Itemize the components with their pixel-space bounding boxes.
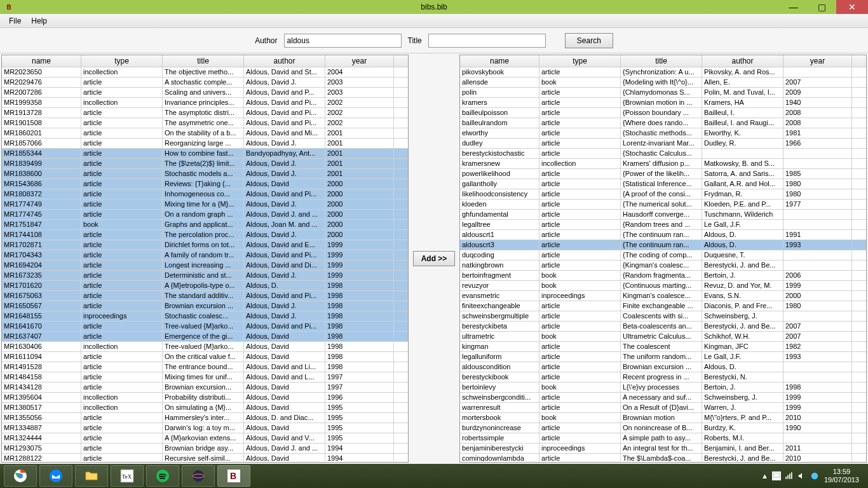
table-row[interactable]: gallanthollyarticle{Statistical Inferenc… [460, 179, 866, 189]
title-input[interactable] [428, 34, 546, 48]
taskbar-bibapp[interactable]: B [217, 465, 250, 487]
table-row[interactable]: polinarticle{Chlamydomonas S...Polin, M.… [460, 88, 866, 98]
table-row[interactable]: MR2023650incollectionThe objective metho… [2, 67, 408, 78]
taskbar-tex[interactable]: TeX [111, 465, 144, 487]
col-header-year[interactable]: year [325, 55, 394, 67]
col-header-title[interactable]: title [621, 55, 702, 67]
table-row[interactable]: bertoinfragmentbook{Random fragmenta...B… [460, 271, 866, 281]
table-row[interactable]: aldouscrt1article{The continuum ran...Al… [460, 230, 866, 240]
table-row[interactable]: MR1380517incollectionOn simulating a {M}… [2, 403, 408, 413]
table-row[interactable]: MR1334887articleDarwin's log: a toy m...… [2, 423, 408, 433]
table-row[interactable]: warrenresultarticleOn a Result of {D}avi… [460, 403, 866, 413]
table-row[interactable]: kloedenarticle{The numerical solut...Klo… [460, 200, 866, 210]
taskbar-spotify[interactable] [146, 465, 179, 487]
table-row[interactable]: burdzynonincreasearticleOn nonincrease o… [460, 423, 866, 433]
table-row[interactable]: MR1630406incollectionTree-valued {M}arko… [2, 342, 408, 352]
table-row[interactable]: berestyckibetaarticleBeta-coalescents an… [460, 322, 866, 332]
col-header-author[interactable]: author [244, 55, 325, 67]
table-row[interactable]: comingdownlambdaarticleThe $\Lambda$-coa… [460, 454, 866, 461]
left-table-body[interactable]: MR2023650incollectionThe objective metho… [2, 67, 408, 461]
close-button[interactable]: ✕ [836, 0, 868, 14]
wifi-icon[interactable] [785, 471, 794, 480]
table-row[interactable]: MR1855344articleHow to combine fast...Ba… [2, 149, 408, 159]
table-row[interactable]: MR1293075articleBrownian bridge asy...Al… [2, 444, 408, 454]
table-row[interactable]: MR1694204articleLongest increasing ...Al… [2, 261, 408, 271]
table-row[interactable]: MR1611094articleOn the critical value f.… [2, 352, 408, 362]
table-row[interactable]: MR1839499articleThe {$\zeta(2)$} limit..… [2, 159, 408, 169]
taskbar-eclipse[interactable] [182, 465, 215, 487]
table-row[interactable]: MR1637407articleEmergence of the gi...Al… [2, 332, 408, 342]
col-header-type[interactable]: type [81, 55, 163, 67]
table-row[interactable]: MR1434128articleBrownian excursion...Ald… [2, 383, 408, 393]
table-row[interactable]: berestyckibookarticleRecent progress in … [460, 372, 866, 383]
col-header-author[interactable]: author [702, 55, 783, 67]
table-row[interactable]: powerlikelihoodarticle{Power of the like… [460, 169, 866, 179]
table-row[interactable]: MR1774749articleMixing time for a {M}...… [2, 200, 408, 210]
table-row[interactable]: mortersbookbookBrownian motionM{\"o}rter… [460, 413, 866, 423]
flag-icon[interactable] [772, 471, 781, 480]
tray-clock[interactable]: 13:59 19/07/2013 [824, 468, 859, 484]
table-row[interactable]: dudleyarticleLorentz-invariant Mar...Dud… [460, 139, 866, 149]
table-row[interactable]: MR1808372articleInhomogeneous co...Aldou… [2, 189, 408, 200]
taskbar-chrome[interactable] [4, 465, 37, 487]
table-row[interactable]: MR1484158articleMixing times for unif...… [2, 372, 408, 383]
col-header-year[interactable]: year [783, 55, 852, 67]
globe-icon[interactable] [810, 471, 819, 480]
table-row[interactable]: aldousconditionarticleBrownian excursion… [460, 362, 866, 372]
table-row[interactable]: MR1543686articleReviews: {T}aking {...Al… [2, 179, 408, 189]
table-row[interactable]: pikovskybookarticle{Synchronization: A u… [460, 67, 866, 78]
table-row[interactable]: MR1704343articleA family of random tr...… [2, 250, 408, 261]
table-row[interactable]: benjaminiberestyckiinproceedingsAn integ… [460, 444, 866, 454]
table-row[interactable]: finiteexchangeablearticleFinite exchange… [460, 301, 866, 311]
table-row[interactable]: MR1288122articleRecursive self-simil...A… [2, 454, 408, 461]
taskbar-explorer[interactable] [75, 465, 108, 487]
table-row[interactable]: MR1901508articleThe asymmetric one...Ald… [2, 118, 408, 128]
minimize-button[interactable]: — [779, 0, 808, 14]
volume-icon[interactable] [797, 471, 806, 480]
table-row[interactable]: MR1702871articleDirichlet forms on tot..… [2, 240, 408, 250]
table-row[interactable]: berestyckistochasticarticle{Stochastic C… [460, 149, 866, 159]
table-row[interactable]: MR1355056articleHammersley's inter...Ald… [2, 413, 408, 423]
col-header-name[interactable]: name [2, 55, 81, 67]
table-row[interactable]: evansmetricinproceedingsKingman's coales… [460, 291, 866, 301]
table-row[interactable]: MR1751847bookGraphs and applicat...Aldou… [2, 220, 408, 230]
table-row[interactable]: natkingbrownarticle{Kingman's coalesc...… [460, 261, 866, 271]
table-row[interactable]: MR2007286articleScaling and univers...Al… [2, 88, 408, 98]
table-row[interactable]: bailleulpoissonarticle{Poisson boundary … [460, 108, 866, 118]
table-row[interactable]: aldouscrt3article{The continuum ran...Al… [460, 240, 866, 250]
tray-chevron-icon[interactable]: ▲ [761, 472, 768, 480]
table-row[interactable]: MR1491528articleThe entrance bound...Ald… [2, 362, 408, 372]
table-row[interactable]: legalltreearticle{Random trees and ...Le… [460, 220, 866, 230]
table-row[interactable]: schweinsbergmultiplearticleCoalescents w… [460, 311, 866, 322]
table-row[interactable]: kingmanarticleThe coalescentKingman, JFC… [460, 342, 866, 352]
table-row[interactable]: MR1999358incollectionInvariance principl… [2, 98, 408, 108]
table-row[interactable]: legalluniformarticleThe uniform random..… [460, 352, 866, 362]
table-row[interactable]: robertssimplearticleA simple path to asy… [460, 433, 866, 444]
table-row[interactable]: MR1857066articleReorganizing large ...Al… [2, 139, 408, 149]
table-row[interactable]: bertoinlevybookL{\'e}vy processesBertoin… [460, 383, 866, 393]
table-row[interactable]: MR1641670articleTree-valued {M}arko...Al… [2, 322, 408, 332]
table-row[interactable]: ghfundamentalarticleHausdorff converge..… [460, 210, 866, 220]
table-row[interactable]: schweinsbergconditi...articleA necessary… [460, 393, 866, 403]
add-button[interactable]: Add >> [413, 251, 456, 266]
table-row[interactable]: duqcodingarticle{The coding of comp...Du… [460, 250, 866, 261]
search-button[interactable]: Search [565, 33, 613, 48]
table-row[interactable]: MR2029476articleA stochastic comple...Al… [2, 78, 408, 88]
table-row[interactable]: MR1650567articleBrownian excursion ...Al… [2, 301, 408, 311]
table-row[interactable]: kramersarticle{Brownian motion in ...Kra… [460, 98, 866, 108]
table-row[interactable]: MR1774745articleOn a random graph ...Ald… [2, 210, 408, 220]
maximize-button[interactable]: ▢ [808, 0, 836, 14]
table-row[interactable]: MR1675063articleThe standard additiv...A… [2, 291, 408, 301]
table-row[interactable]: revuzyorbook{Continuous marting...Revuz,… [460, 281, 866, 291]
table-row[interactable]: kramersnewincollectionKramers' diffusion… [460, 159, 866, 169]
table-row[interactable]: MR1324444articleA {M}arkovian extens...A… [2, 433, 408, 444]
table-row[interactable]: MR1860201articleOn the stability of a b.… [2, 128, 408, 139]
table-row[interactable]: MR1838600articleStochastic models a...Al… [2, 169, 408, 179]
col-header-name[interactable]: name [460, 55, 539, 67]
taskbar-thunderbird[interactable] [39, 465, 72, 487]
col-header-title[interactable]: title [163, 55, 244, 67]
table-row[interactable]: MR1913728articleThe asymptotic distri...… [2, 108, 408, 118]
table-row[interactable]: MR1701620articleA {M}etropolis-type o...… [2, 281, 408, 291]
right-table-body[interactable]: pikovskybookarticle{Synchronization: A u… [460, 67, 866, 461]
menu-help[interactable]: Help [26, 15, 52, 27]
